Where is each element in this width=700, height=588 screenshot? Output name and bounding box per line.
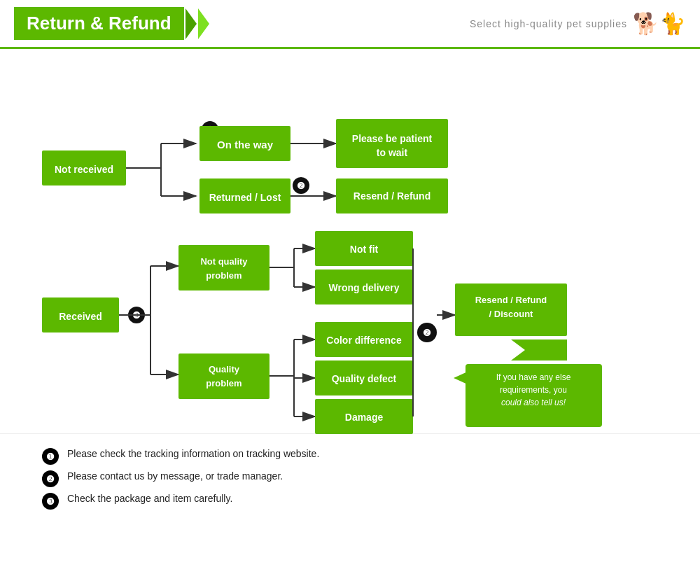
svg-text:Please be patient: Please be patient bbox=[352, 133, 433, 144]
svg-text:Not quality: Not quality bbox=[200, 256, 248, 267]
chevron-1 bbox=[186, 8, 197, 39]
page-header: Return & Refund Select high-quality pet … bbox=[0, 0, 700, 49]
svg-text:to wait: to wait bbox=[377, 147, 408, 158]
chevron-2 bbox=[198, 8, 209, 39]
svg-text:Quality: Quality bbox=[209, 364, 240, 374]
title-box: Return & Refund bbox=[14, 7, 184, 40]
svg-text:On the way: On the way bbox=[217, 139, 274, 150]
pet-icons: 🐕🐈 bbox=[633, 11, 686, 36]
svg-text:Returned / Lost: Returned / Lost bbox=[209, 192, 281, 203]
svg-text:could also tell us!: could also tell us! bbox=[501, 398, 566, 407]
svg-text:❷: ❷ bbox=[297, 181, 305, 191]
svg-text:Quality defect: Quality defect bbox=[332, 373, 397, 384]
svg-text:Resend / Refund: Resend / Refund bbox=[354, 190, 430, 202]
svg-text:If you have any else: If you have any else bbox=[496, 372, 571, 382]
footnote-text-2: Please contact us by message, or trade m… bbox=[67, 470, 283, 482]
footnote-num-2: ❷ bbox=[42, 470, 59, 487]
svg-text:Resend / Refund: Resend / Refund bbox=[475, 295, 547, 305]
svg-text:Wrong delivery: Wrong delivery bbox=[329, 282, 400, 293]
svg-rect-31 bbox=[178, 245, 270, 290]
svg-text:Damage: Damage bbox=[345, 412, 384, 423]
tagline: Select high-quality pet supplies 🐕🐈 bbox=[470, 11, 686, 36]
svg-text:Not received: Not received bbox=[55, 164, 113, 175]
svg-rect-34 bbox=[178, 354, 270, 399]
svg-text:requirements, you: requirements, you bbox=[500, 385, 567, 395]
svg-text:Color difference: Color difference bbox=[326, 335, 402, 346]
svg-marker-63 bbox=[511, 340, 567, 360]
svg-text:problem: problem bbox=[206, 270, 241, 281]
footnote-num-3: ❸ bbox=[42, 493, 59, 510]
svg-text:/ Discount: / Discount bbox=[489, 309, 534, 319]
svg-text:problem: problem bbox=[206, 378, 241, 388]
svg-text:❷: ❷ bbox=[423, 328, 431, 338]
diagram-svg: Not received ❶ On the way Please be pati… bbox=[21, 59, 679, 451]
footnote-2: ❷ Please contact us by message, or trade… bbox=[42, 470, 658, 487]
footnote-text-3: Check the package and item carefully. bbox=[67, 493, 232, 504]
svg-text:Not fit: Not fit bbox=[350, 244, 379, 255]
tagline-text: Select high-quality pet supplies bbox=[470, 18, 627, 29]
footnote-3: ❸ Check the package and item carefully. bbox=[42, 493, 658, 510]
diagram-area: Not received ❶ On the way Please be pati… bbox=[0, 49, 700, 454]
svg-text:Received: Received bbox=[59, 311, 102, 322]
page-title: Return & Refund bbox=[27, 13, 172, 34]
